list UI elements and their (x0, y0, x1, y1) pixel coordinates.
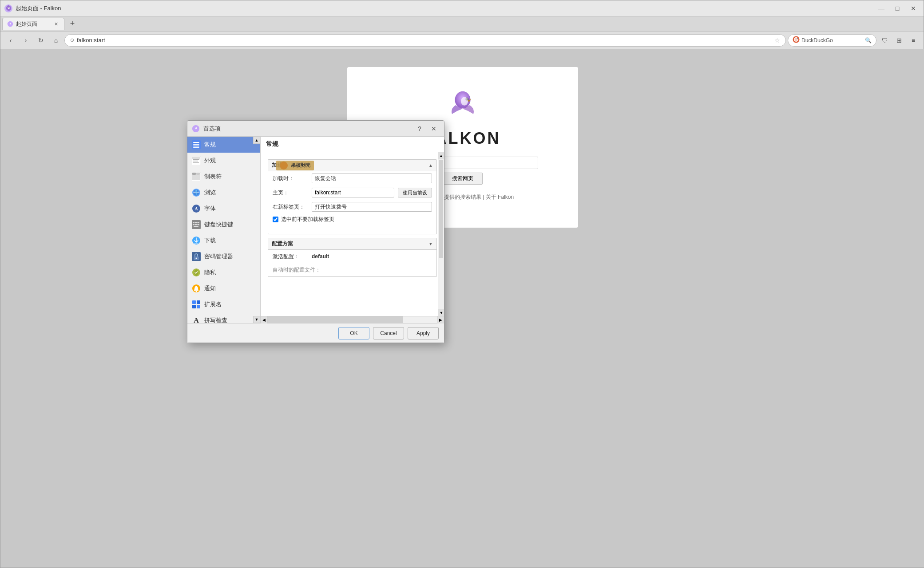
tab-label: 起始页面 (16, 20, 37, 28)
svg-rect-24 (192, 173, 196, 175)
hscroll-thumb[interactable] (268, 316, 403, 323)
tab-favicon (7, 21, 13, 27)
forward-button[interactable]: › (19, 34, 32, 47)
font-icon: A (192, 204, 201, 213)
sidebar-scroll-down[interactable]: ▼ (253, 316, 260, 323)
svg-rect-37 (194, 224, 196, 225)
svg-rect-52 (197, 305, 200, 308)
new-tab-button[interactable]: + (66, 18, 79, 30)
prefs-sidebar: ▲ 常规 (187, 137, 261, 323)
apply-button[interactable]: Apply (408, 327, 439, 339)
vscroll-up-button[interactable]: ▲ (438, 152, 444, 159)
svg-rect-26 (192, 175, 200, 180)
svg-text:A: A (194, 206, 198, 211)
minimize-button[interactable]: — (875, 4, 888, 13)
tab-startpage[interactable]: 起始页面 ✕ (2, 18, 64, 30)
svg-rect-22 (193, 162, 199, 163)
prefs-content-title: 常规 (261, 137, 444, 152)
dialog-close-button[interactable]: ✕ (428, 124, 440, 134)
search-engine-label: DuckDuckGo (801, 37, 863, 43)
sidebar-item-browse[interactable]: 浏览 (187, 185, 260, 201)
search-bar[interactable]: DuckDuckGo 🔍 (788, 34, 876, 47)
general-icon (192, 140, 201, 149)
sidebar-item-download-label: 下载 (204, 237, 216, 245)
notify-icon (192, 284, 201, 293)
hscroll-right-button[interactable]: ▶ (437, 316, 444, 323)
sidebar-item-general[interactable]: 常规 (187, 137, 260, 153)
homepage-input[interactable] (312, 188, 394, 197)
sidebar-item-tabbar-label: 制表符 (204, 173, 222, 181)
sidebar-item-font[interactable]: A 字体 (187, 201, 260, 217)
sidebar-item-password[interactable]: 密码管理器 (187, 248, 260, 264)
home-button[interactable]: ⌂ (49, 34, 63, 47)
homepage-label: 主页： (273, 189, 308, 197)
sidebar-item-tabbar[interactable]: 制表符 (187, 169, 260, 185)
svg-rect-38 (196, 224, 198, 225)
sidebar-item-keyboard[interactable]: 键盘快捷键 (187, 217, 260, 233)
sidebar-item-privacy-label: 隐私 (204, 268, 216, 276)
sidebar-item-appearance[interactable]: 外观 (187, 153, 260, 169)
sidebar-item-download[interactable]: 下载 (187, 233, 260, 248)
startup-select[interactable]: 恢复会话 (312, 174, 432, 183)
hscroll-left-button[interactable]: ◀ (261, 316, 268, 323)
sidebar-scroll-up[interactable]: ▲ (253, 137, 260, 144)
profile-collapse-icon[interactable]: ▼ (428, 241, 433, 246)
prefs-vertical-scrollbar[interactable]: ▲ ▼ (438, 152, 444, 316)
profile-section-header: 配置方案 ▼ (268, 238, 436, 250)
newtab-select[interactable]: 打开快速拨号 (312, 202, 432, 212)
hscroll-track[interactable] (268, 316, 437, 323)
dialog-controls: ? ✕ (414, 124, 440, 134)
watermark-overlay: 果核剥壳 (276, 161, 314, 170)
startup-collapse-icon[interactable]: ▲ (428, 163, 433, 168)
tab-close-button[interactable]: ✕ (52, 20, 59, 28)
maximize-button[interactable]: □ (891, 4, 904, 13)
svg-rect-40 (194, 226, 198, 227)
app-icon (4, 4, 13, 13)
shield-button[interactable]: 🛡 (878, 34, 892, 47)
lazy-load-checkbox[interactable] (273, 217, 278, 222)
vscroll-down-button[interactable]: ▼ (438, 309, 444, 316)
svg-rect-20 (193, 159, 199, 160)
ok-button[interactable]: OK (338, 327, 369, 339)
svg-rect-33 (194, 222, 196, 223)
sidebar-item-password-label: 密码管理器 (204, 252, 233, 260)
svg-rect-34 (196, 222, 198, 223)
tabbar-icon (192, 172, 201, 181)
profile-section-title: 配置方案 (272, 240, 293, 248)
startpage-search-button[interactable]: 搜索网页 (443, 173, 483, 185)
extensions-button[interactable]: ⊞ (892, 34, 906, 47)
extensions-icon (192, 300, 201, 309)
newtab-label: 在新标签页： (273, 203, 308, 211)
svg-rect-14 (193, 142, 199, 143)
nav-extra-buttons: 🛡 ⊞ ≡ (878, 34, 920, 47)
close-button[interactable]: ✕ (907, 4, 920, 13)
startup-row: 加载时： 恢复会话 (268, 171, 436, 185)
sidebar-item-notify[interactable]: 通知 (187, 280, 260, 296)
sidebar-item-keyboard-label: 键盘快捷键 (204, 221, 233, 229)
spell-icon: A (192, 316, 201, 323)
sidebar-item-privacy[interactable]: 隐私 (187, 264, 260, 280)
address-lock-icon: ⊙ (70, 37, 74, 43)
address-bar[interactable]: ⊙ falkon:start ☆ (64, 34, 786, 47)
sidebar-item-appearance-label: 外观 (204, 157, 216, 165)
sidebar-item-extensions[interactable]: 扩展名 (187, 296, 260, 312)
privacy-icon (192, 268, 201, 277)
dialog-body: ▲ 常规 (187, 137, 444, 323)
svg-rect-17 (193, 147, 199, 148)
back-button[interactable]: ‹ (4, 34, 17, 47)
svg-rect-35 (198, 222, 199, 223)
menu-button[interactable]: ≡ (907, 34, 920, 47)
dialog-help-button[interactable]: ? (414, 124, 425, 134)
use-current-button[interactable]: 使用当前设 (398, 188, 432, 197)
dialog-title: 首选项 (203, 125, 414, 133)
sidebar-item-browse-label: 浏览 (204, 189, 216, 197)
svg-point-11 (461, 97, 468, 106)
vscroll-thumb[interactable] (439, 160, 443, 258)
sidebar-item-spell[interactable]: A 拼写检查 (187, 312, 260, 323)
cancel-button[interactable]: Cancel (373, 327, 404, 339)
address-text: falkon:start (77, 37, 772, 43)
keyboard-icon (192, 220, 201, 229)
svg-rect-51 (192, 305, 196, 308)
dialog-footer: OK Cancel Apply (187, 323, 444, 343)
reload-button[interactable]: ↻ (34, 34, 48, 47)
